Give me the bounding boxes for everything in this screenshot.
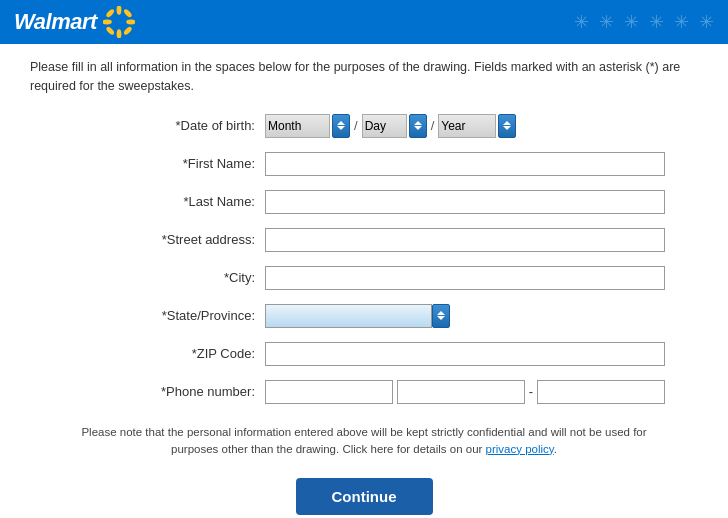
dob-day-select[interactable]: Day 1234 5678 910 <box>362 114 407 138</box>
last-name-row: *Last Name: <box>90 188 698 216</box>
street-label: *Street address: <box>90 232 265 247</box>
snowflake-icon-6: ✳ <box>699 11 714 33</box>
first-name-label: *First Name: <box>90 156 265 171</box>
intro-text: Please fill in all information in the sp… <box>30 58 698 96</box>
state-select-wrapper: AlabamaAlaskaArizona ArkansasCaliforniaC… <box>265 304 450 328</box>
city-input[interactable] <box>265 266 665 290</box>
walmart-brand-name: Walmart <box>14 9 97 35</box>
street-input[interactable] <box>265 228 665 252</box>
first-name-row: *First Name: <box>90 150 698 178</box>
street-row: *Street address: <box>90 226 698 254</box>
zip-label: *ZIP Code: <box>90 346 265 361</box>
state-arrow-up-icon <box>437 311 445 315</box>
svg-point-5 <box>123 26 133 36</box>
phone-label: *Phone number: <box>90 384 265 399</box>
snowflake-icon-2: ✳ <box>599 11 614 33</box>
year-arrow-up-icon <box>503 121 511 125</box>
dob-row: *Date of birth: Month JanuaryFebruaryMar… <box>90 112 698 140</box>
city-field-wrapper <box>265 266 665 290</box>
svg-point-1 <box>117 29 122 38</box>
dob-separator-2: / <box>431 118 435 133</box>
zip-input[interactable] <box>265 342 665 366</box>
state-row: *State/Province: AlabamaAlaskaArizona Ar… <box>90 302 698 330</box>
street-field-wrapper <box>265 228 665 252</box>
svg-point-6 <box>123 8 133 18</box>
state-select[interactable]: AlabamaAlaskaArizona ArkansasCaliforniaC… <box>265 304 432 328</box>
svg-point-4 <box>105 8 115 18</box>
phone-prefix-input[interactable] <box>397 380 525 404</box>
main-content: Please fill in all information in the sp… <box>0 44 728 518</box>
first-name-input[interactable] <box>265 152 665 176</box>
zip-field-wrapper <box>265 342 665 366</box>
walmart-spark-icon <box>103 6 135 38</box>
snowflake-icon-4: ✳ <box>649 11 664 33</box>
state-label: *State/Province: <box>90 308 265 323</box>
zip-row: *ZIP Code: <box>90 340 698 368</box>
state-field-wrapper: AlabamaAlaskaArizona ArkansasCaliforniaC… <box>265 304 665 328</box>
first-name-field-wrapper <box>265 152 665 176</box>
day-arrow-down-icon <box>414 126 422 130</box>
snowflake-icon-1: ✳ <box>574 11 589 33</box>
phone-suffix-input[interactable] <box>537 380 665 404</box>
header: Walmart ✳ ✳ ✳ ✳ ✳ ✳ <box>0 0 728 44</box>
registration-form: *Date of birth: Month JanuaryFebruaryMar… <box>90 112 698 406</box>
dob-month-select[interactable]: Month JanuaryFebruaryMarch AprilMayJune … <box>265 114 330 138</box>
last-name-input[interactable] <box>265 190 665 214</box>
privacy-note: Please note that the personal informatio… <box>74 424 654 459</box>
svg-point-2 <box>103 20 112 25</box>
svg-point-7 <box>105 26 115 36</box>
dob-field-group: Month JanuaryFebruaryMarch AprilMayJune … <box>265 114 665 138</box>
state-spinner[interactable] <box>432 304 450 328</box>
privacy-policy-link[interactable]: privacy policy <box>486 443 554 455</box>
svg-point-0 <box>117 6 122 15</box>
phone-dash: - <box>529 384 533 399</box>
day-arrow-up-icon <box>414 121 422 125</box>
month-arrow-up-icon <box>337 121 345 125</box>
month-spinner[interactable] <box>332 114 350 138</box>
last-name-field-wrapper <box>265 190 665 214</box>
walmart-logo: Walmart <box>14 6 135 38</box>
header-decoration: ✳ ✳ ✳ ✳ ✳ ✳ <box>135 11 714 33</box>
month-arrow-down-icon <box>337 126 345 130</box>
city-label: *City: <box>90 270 265 285</box>
svg-point-3 <box>126 20 135 25</box>
privacy-text-before: Please note that the personal informatio… <box>81 426 646 455</box>
city-row: *City: <box>90 264 698 292</box>
year-spinner[interactable] <box>498 114 516 138</box>
button-area: Continue <box>30 478 698 515</box>
snowflake-icon-5: ✳ <box>674 11 689 33</box>
day-spinner[interactable] <box>409 114 427 138</box>
phone-area-input[interactable] <box>265 380 393 404</box>
dob-year-select[interactable]: Year 201020092008 200019901980 <box>438 114 496 138</box>
dob-separator-1: / <box>354 118 358 133</box>
continue-button[interactable]: Continue <box>296 478 433 515</box>
snowflake-icon-3: ✳ <box>624 11 639 33</box>
year-arrow-down-icon <box>503 126 511 130</box>
last-name-label: *Last Name: <box>90 194 265 209</box>
phone-field-group: - <box>265 380 665 404</box>
state-arrow-down-icon <box>437 316 445 320</box>
dob-label: *Date of birth: <box>90 118 265 133</box>
privacy-text-after: . <box>554 443 557 455</box>
phone-row: *Phone number: - <box>90 378 698 406</box>
